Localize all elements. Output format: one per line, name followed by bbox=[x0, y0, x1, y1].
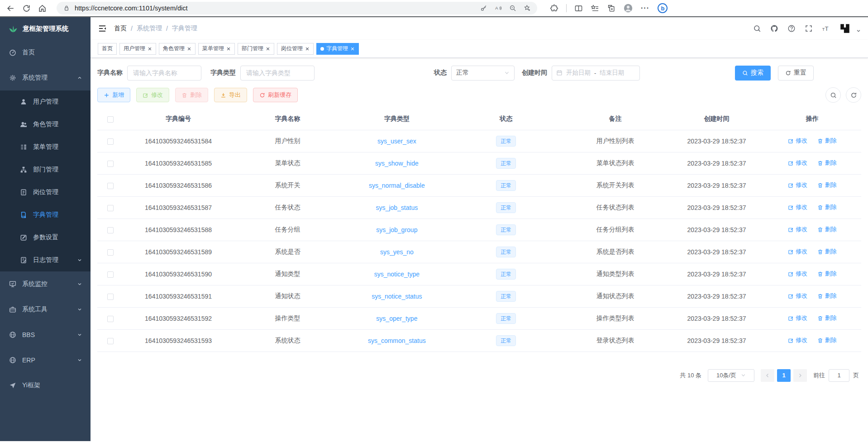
row-delete-link[interactable]: 删除 bbox=[817, 159, 837, 167]
row-edit-link[interactable]: 修改 bbox=[788, 203, 807, 211]
sidebar-item-dict-mgmt[interactable]: 字典管理 bbox=[0, 204, 91, 226]
dict-type-link[interactable]: sys_notice_status bbox=[372, 293, 422, 300]
reset-button[interactable]: 重置 bbox=[778, 66, 814, 81]
goto-page-input[interactable] bbox=[829, 369, 849, 382]
header-search-icon[interactable] bbox=[753, 24, 761, 33]
sidebar-item-menu-mgmt[interactable]: 菜单管理 bbox=[0, 136, 91, 158]
sidebar-item-post-mgmt[interactable]: 岗位管理 bbox=[0, 181, 91, 204]
browser-menu-icon[interactable]: ··· bbox=[641, 4, 649, 12]
add-favorite-star-icon[interactable] bbox=[524, 5, 531, 12]
github-icon[interactable] bbox=[770, 24, 778, 33]
profile-avatar[interactable] bbox=[623, 3, 633, 13]
dict-type-link[interactable]: sys_job_status bbox=[376, 204, 418, 211]
url-text[interactable]: https://ccnetcore.com:1101/system/dict bbox=[75, 5, 476, 12]
row-delete-link[interactable]: 删除 bbox=[817, 314, 837, 322]
tab-user-mgmt[interactable]: 用户管理 bbox=[119, 43, 156, 55]
tab-dict-mgmt[interactable]: 字典管理 bbox=[316, 43, 359, 55]
sidebar-item-home[interactable]: 首页 bbox=[0, 40, 91, 65]
dict-type-input[interactable] bbox=[240, 66, 315, 81]
delete-button[interactable]: 删除 bbox=[175, 88, 208, 102]
tab-home[interactable]: 首页 bbox=[98, 43, 117, 55]
close-icon[interactable] bbox=[305, 47, 310, 51]
close-icon[interactable] bbox=[226, 47, 231, 51]
reload-icon[interactable] bbox=[22, 4, 31, 13]
select-all-checkbox[interactable] bbox=[107, 116, 114, 123]
sidebar-item-dept-mgmt[interactable]: 部门管理 bbox=[0, 158, 91, 181]
address-bar[interactable]: https://ccnetcore.com:1101/system/dict A bbox=[57, 2, 537, 14]
row-checkbox[interactable] bbox=[107, 161, 114, 167]
text-size-icon[interactable]: TT bbox=[822, 24, 830, 33]
row-delete-link[interactable]: 删除 bbox=[817, 137, 837, 145]
home-icon[interactable] bbox=[38, 4, 47, 13]
row-delete-link[interactable]: 删除 bbox=[817, 181, 837, 189]
tab-role-mgmt[interactable]: 角色管理 bbox=[159, 43, 196, 55]
row-checkbox[interactable] bbox=[107, 271, 114, 278]
dict-type-link[interactable]: sys_notice_type bbox=[374, 271, 420, 278]
sidebar-item-role-mgmt[interactable]: 角色管理 bbox=[0, 113, 91, 136]
row-delete-link[interactable]: 删除 bbox=[817, 247, 837, 256]
favorites-bar-icon[interactable] bbox=[591, 4, 599, 13]
row-checkbox[interactable] bbox=[107, 294, 114, 300]
dict-type-link[interactable]: sys_common_status bbox=[368, 337, 426, 344]
edit-button[interactable]: 修改 bbox=[136, 88, 169, 102]
sidebar-item-bbs[interactable]: BBS bbox=[0, 322, 91, 347]
breadcrumb-home[interactable]: 首页 bbox=[114, 24, 127, 33]
sidebar-item-param-settings[interactable]: 参数设置 bbox=[0, 226, 91, 249]
next-page-button[interactable] bbox=[793, 369, 807, 382]
refresh-table-button[interactable] bbox=[846, 87, 861, 103]
dict-name-input[interactable] bbox=[127, 66, 201, 81]
row-edit-link[interactable]: 修改 bbox=[788, 159, 807, 167]
bing-chat-icon[interactable]: b bbox=[657, 3, 668, 14]
row-edit-link[interactable]: 修改 bbox=[788, 314, 807, 322]
close-icon[interactable] bbox=[266, 47, 270, 51]
read-aloud-icon[interactable]: A bbox=[495, 5, 502, 12]
page-size-select[interactable]: 10条/页 bbox=[708, 369, 754, 382]
export-button[interactable]: 导出 bbox=[214, 88, 247, 102]
dict-type-link[interactable]: sys_yes_no bbox=[380, 248, 414, 256]
row-edit-link[interactable]: 修改 bbox=[788, 336, 807, 344]
app-logo[interactable]: 意框架管理系统 bbox=[0, 17, 91, 40]
breadcrumb-system[interactable]: 系统管理 bbox=[137, 24, 162, 33]
close-icon[interactable] bbox=[187, 47, 191, 51]
tab-post-mgmt[interactable]: 岗位管理 bbox=[277, 43, 314, 55]
split-screen-icon[interactable] bbox=[574, 4, 583, 13]
dict-type-link[interactable]: sys_normal_disable bbox=[369, 182, 425, 189]
row-checkbox[interactable] bbox=[107, 227, 114, 233]
status-select[interactable]: 正常 bbox=[451, 66, 515, 81]
password-key-icon[interactable] bbox=[480, 5, 487, 12]
row-checkbox[interactable] bbox=[107, 183, 114, 189]
yi-logo-icon[interactable] bbox=[839, 23, 851, 34]
row-delete-link[interactable]: 删除 bbox=[817, 225, 837, 233]
row-delete-link[interactable]: 删除 bbox=[817, 336, 837, 344]
extensions-icon[interactable] bbox=[550, 4, 558, 13]
site-info-lock-icon[interactable] bbox=[63, 5, 70, 12]
row-edit-link[interactable]: 修改 bbox=[788, 247, 807, 256]
date-range-picker[interactable]: 开始日期 - 结束日期 bbox=[552, 66, 640, 81]
close-icon[interactable] bbox=[148, 47, 152, 51]
sidebar-item-log-mgmt[interactable]: 日志管理 bbox=[0, 249, 91, 271]
sidebar-item-system[interactable]: 系统管理 bbox=[0, 65, 91, 90]
row-edit-link[interactable]: 修改 bbox=[788, 225, 807, 233]
row-edit-link[interactable]: 修改 bbox=[788, 270, 807, 278]
dict-type-link[interactable]: sys_oper_type bbox=[376, 315, 417, 322]
row-checkbox[interactable] bbox=[107, 316, 114, 322]
row-checkbox[interactable] bbox=[107, 338, 114, 344]
prev-page-button[interactable] bbox=[761, 369, 774, 382]
start-date-placeholder[interactable]: 开始日期 bbox=[566, 69, 591, 77]
end-date-placeholder[interactable]: 结束日期 bbox=[600, 69, 624, 77]
sidebar-item-user-mgmt[interactable]: 用户管理 bbox=[0, 90, 91, 113]
toggle-search-button[interactable] bbox=[825, 87, 841, 103]
dict-type-link[interactable]: sys_job_group bbox=[376, 226, 417, 233]
back-icon[interactable] bbox=[6, 4, 15, 13]
tab-menu-mgmt[interactable]: 菜单管理 bbox=[198, 43, 235, 55]
fullscreen-icon[interactable] bbox=[805, 24, 813, 33]
zoom-out-icon[interactable] bbox=[509, 5, 516, 12]
tab-dept-mgmt[interactable]: 部门管理 bbox=[238, 43, 274, 55]
row-checkbox[interactable] bbox=[107, 138, 114, 145]
close-icon[interactable] bbox=[350, 47, 355, 51]
add-button[interactable]: 新增 bbox=[97, 88, 130, 102]
row-checkbox[interactable] bbox=[107, 205, 114, 211]
search-button[interactable]: 搜索 bbox=[735, 66, 771, 81]
chevron-down-icon[interactable] bbox=[856, 29, 861, 33]
refresh-cache-button[interactable]: 刷新缓存 bbox=[253, 88, 298, 102]
